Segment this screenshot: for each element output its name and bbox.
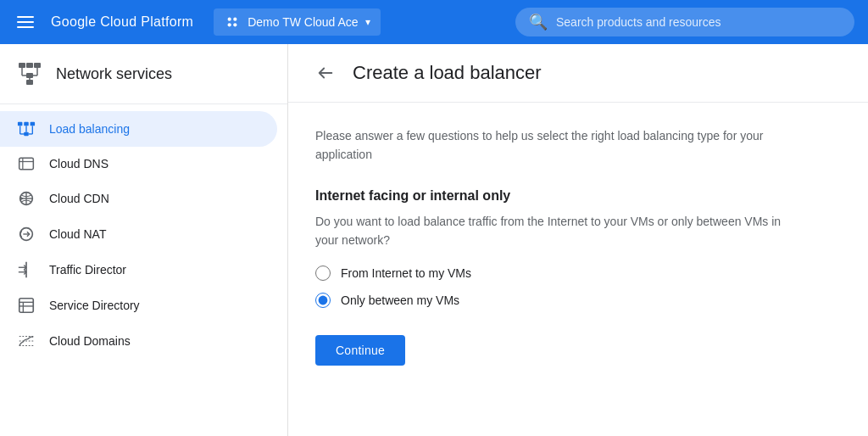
section-description: Do you want to load balance traffic from… <box>315 212 807 250</box>
service-directory-icon <box>17 296 36 315</box>
sidebar-nav: Load balancing Cloud DNS <box>0 104 287 436</box>
svg-point-1 <box>233 18 236 21</box>
svg-point-3 <box>233 23 236 26</box>
search-bar[interactable]: 🔍 Search products and resources <box>515 8 854 36</box>
sidebar-item-label-cloud-cdn: Cloud CDN <box>49 192 109 205</box>
main-layout: Network services <box>0 44 868 436</box>
network-services-icon <box>17 61 42 87</box>
svg-rect-16 <box>31 122 36 126</box>
sidebar-item-traffic-director[interactable]: Traffic Director <box>0 252 277 288</box>
sidebar-item-cloud-domains[interactable]: Cloud Domains <box>0 323 277 359</box>
sidebar-item-label-cloud-dns: Cloud DNS <box>49 157 108 170</box>
content-area: Create a load balancer Please answer a f… <box>288 44 868 436</box>
svg-rect-6 <box>34 63 41 68</box>
content-body: Please answer a few questions to help us… <box>288 103 868 389</box>
svg-point-2 <box>228 23 231 26</box>
search-icon: 🔍 <box>529 13 548 31</box>
sidebar-item-label-load-balancing: Load balancing <box>49 122 130 136</box>
sidebar-item-label-service-directory: Service Directory <box>49 299 140 312</box>
project-chevron-icon: ▾ <box>365 16 370 28</box>
sidebar: Network services <box>0 44 288 436</box>
traffic-director-icon <box>17 260 36 279</box>
svg-rect-14 <box>18 122 23 126</box>
sidebar-item-service-directory[interactable]: Service Directory <box>0 288 277 323</box>
load-balancing-icon <box>17 120 36 138</box>
radio-label-from-internet: From Internet to my VMs <box>341 266 471 280</box>
sidebar-item-cloud-dns[interactable]: Cloud DNS <box>0 147 277 181</box>
intro-text: Please answer a few questions to help us… <box>315 126 807 165</box>
radio-input-from-internet[interactable] <box>315 266 331 281</box>
svg-rect-15 <box>24 122 29 126</box>
search-placeholder: Search products and resources <box>556 15 721 29</box>
sidebar-header: Network services <box>0 44 287 104</box>
sidebar-item-cloud-cdn[interactable]: Cloud CDN <box>0 181 277 216</box>
svg-point-0 <box>228 18 231 21</box>
radio-only-between[interactable]: Only between my VMs <box>315 293 841 308</box>
radio-group: From Internet to my VMs Only between my … <box>315 266 841 308</box>
cloud-cdn-icon <box>17 189 36 208</box>
svg-rect-5 <box>26 63 33 68</box>
cloud-domains-icon <box>17 332 36 350</box>
radio-from-internet[interactable]: From Internet to my VMs <box>315 266 841 281</box>
sidebar-item-cloud-nat[interactable]: Cloud NAT <box>0 216 277 252</box>
cloud-dns-icon <box>17 155 36 172</box>
svg-rect-4 <box>19 63 25 68</box>
project-selector[interactable]: Demo TW Cloud Ace ▾ <box>214 8 380 36</box>
cloud-nat-icon <box>17 225 36 243</box>
sidebar-item-label-cloud-domains: Cloud Domains <box>49 334 131 348</box>
content-header: Create a load balancer <box>288 44 868 103</box>
radio-input-only-between[interactable] <box>315 293 331 308</box>
sidebar-title: Network services <box>56 65 172 83</box>
project-icon <box>224 14 241 31</box>
topbar: Google Cloud Platform Demo TW Cloud Ace … <box>0 0 868 44</box>
svg-rect-33 <box>19 299 34 313</box>
sidebar-item-load-balancing[interactable]: Load balancing <box>0 111 277 147</box>
radio-label-only-between: Only between my VMs <box>341 293 459 307</box>
svg-rect-8 <box>26 80 33 85</box>
sidebar-item-label-traffic-director: Traffic Director <box>49 263 126 277</box>
svg-rect-23 <box>19 158 34 169</box>
continue-button[interactable]: Continue <box>315 335 405 366</box>
back-button[interactable] <box>312 59 339 87</box>
menu-icon[interactable] <box>14 13 37 31</box>
section-title: Internet facing or internal only <box>315 188 841 204</box>
page-title: Create a load balancer <box>353 62 542 84</box>
sidebar-item-label-cloud-nat: Cloud NAT <box>49 227 106 241</box>
project-name: Demo TW Cloud Ace <box>248 15 358 29</box>
app-logo: Google Cloud Platform <box>51 14 193 30</box>
